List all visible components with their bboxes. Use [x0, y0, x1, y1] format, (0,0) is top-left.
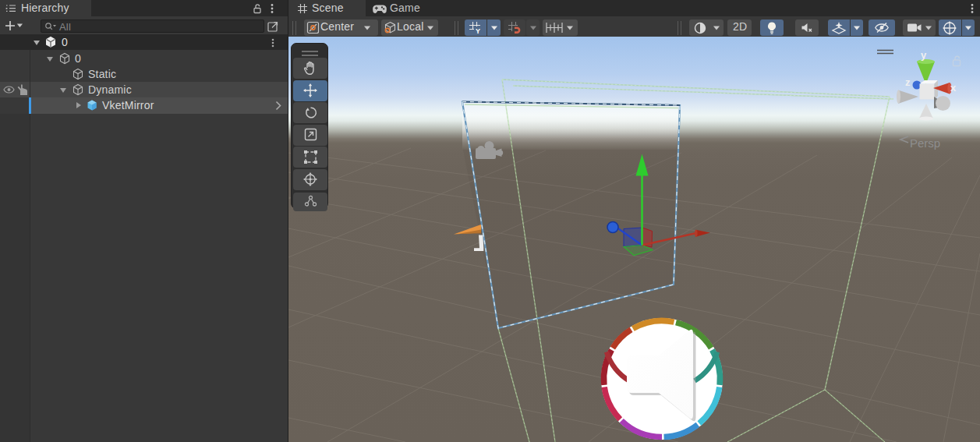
- svg-text:z: z: [905, 76, 911, 88]
- svg-text:Y: Y: [476, 27, 480, 35]
- svg-text:y: y: [921, 49, 927, 61]
- svg-text:x: x: [950, 82, 957, 94]
- svg-text:Persp: Persp: [910, 136, 940, 150]
